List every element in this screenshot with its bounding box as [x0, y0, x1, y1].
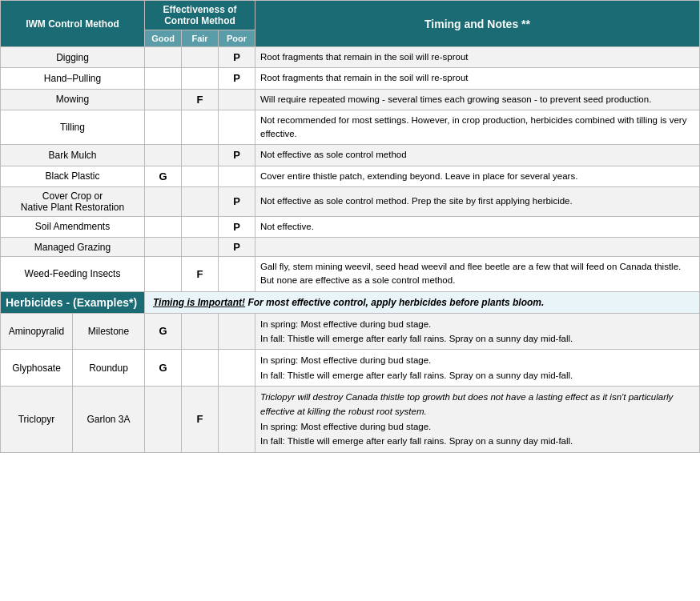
method-cell: Black Plastic — [1, 166, 145, 186]
good-cell — [145, 145, 182, 166]
fair-cell — [182, 68, 219, 89]
herb-name-cell: Aminopyralid — [1, 313, 73, 350]
method-cell: Managed Grazing — [1, 238, 145, 257]
poor-cell: P — [219, 238, 255, 257]
iwm-header: IWM Control Method — [1, 1, 145, 47]
table-row: MowingFWill require repeated mowing - se… — [1, 89, 700, 110]
good-cell — [145, 238, 182, 257]
poor-cell — [219, 313, 255, 350]
good-cell — [145, 110, 182, 145]
good-header: Good — [145, 30, 182, 47]
good-cell — [145, 216, 182, 237]
fair-cell — [182, 313, 219, 350]
fair-cell — [182, 186, 219, 216]
timing-cell: Not effective. — [255, 216, 700, 237]
table-row: Managed GrazingP — [1, 238, 700, 257]
herbicide-row: AminopyralidMilestoneGIn spring: Most ef… — [1, 313, 700, 350]
table-row: TillingNot recommended for most settings… — [1, 110, 700, 145]
poor-cell — [219, 89, 255, 110]
fair-cell — [182, 216, 219, 237]
effectiveness-header: Effectiveness of Control Method — [145, 1, 255, 30]
method-cell: Hand–Pulling — [1, 68, 145, 89]
table-row: Bark MulchPNot effective as sole control… — [1, 145, 700, 166]
poor-cell — [219, 350, 255, 387]
method-cell: Bark Mulch — [1, 145, 145, 166]
herbicide-note-cell: Timing is Important! For most effective … — [145, 291, 700, 313]
poor-cell — [219, 166, 255, 186]
poor-cell: P — [219, 145, 255, 166]
herb-brand-cell: Roundup — [73, 350, 145, 387]
fair-cell — [182, 238, 219, 257]
timing-cell: Gall fly, stem mining weevil, seed head … — [255, 257, 700, 292]
timing-cell: Not effective as sole control method. Pr… — [255, 186, 700, 216]
timing-important-label: Timing is Important! — [153, 297, 245, 308]
herb-timing-cell: In spring: Most effective during bud sta… — [255, 350, 700, 387]
good-cell: G — [145, 166, 182, 186]
fair-cell — [182, 166, 219, 186]
good-cell — [145, 387, 182, 453]
fair-cell: F — [182, 257, 219, 292]
poor-cell: P — [219, 186, 255, 216]
good-cell: G — [145, 313, 182, 350]
timing-cell: Will require repeated mowing - several t… — [255, 89, 700, 110]
herb-brand-cell: Milestone — [73, 313, 145, 350]
method-cell: Tilling — [1, 110, 145, 145]
herbicide-note-text: For most effective control, apply herbic… — [245, 297, 544, 308]
fair-cell — [182, 350, 219, 387]
poor-cell: P — [219, 68, 255, 89]
good-cell — [145, 89, 182, 110]
table-row: Black PlasticGCover entire thistle patch… — [1, 166, 700, 186]
timing-cell: Root fragments that remain in the soil w… — [255, 47, 700, 68]
good-cell: G — [145, 350, 182, 387]
poor-cell — [219, 110, 255, 145]
timing-cell: Cover entire thistle patch, extending be… — [255, 166, 700, 186]
timing-cell: Root fragments that remain in the soil w… — [255, 68, 700, 89]
table-row: Hand–PullingPRoot fragments that remain … — [1, 68, 700, 89]
poor-cell: P — [219, 216, 255, 237]
herbicide-section-header: Herbicides - (Examples*) — [1, 291, 145, 313]
timing-header: Timing and Notes ** — [255, 1, 700, 47]
fair-cell — [182, 145, 219, 166]
timing-cell: Not recommended for most settings. Howev… — [255, 110, 700, 145]
good-cell — [145, 257, 182, 292]
good-cell — [145, 68, 182, 89]
method-cell: Soil Amendments — [1, 216, 145, 237]
poor-cell — [219, 387, 255, 453]
table-row: Weed-Feeding InsectsFGall fly, stem mini… — [1, 257, 700, 292]
herb-name-cell: Glyphosate — [1, 350, 73, 387]
herb-timing-cell: Triclopyr will destroy Canada thistle to… — [255, 387, 700, 453]
good-cell — [145, 47, 182, 68]
herbicide-row: GlyphosateRoundupGIn spring: Most effect… — [1, 350, 700, 387]
timing-cell: Not effective as sole control method — [255, 145, 700, 166]
table-row: Soil AmendmentsPNot effective. — [1, 216, 700, 237]
fair-cell: F — [182, 89, 219, 110]
fair-header: Fair — [182, 30, 219, 47]
fair-cell — [182, 110, 219, 145]
herb-brand-cell: Garlon 3A — [73, 387, 145, 453]
herbicide-row: TriclopyrGarlon 3AFTriclopyr will destro… — [1, 387, 700, 453]
poor-cell — [219, 257, 255, 292]
fair-cell — [182, 47, 219, 68]
fair-cell: F — [182, 387, 219, 453]
herb-timing-cell: In spring: Most effective during bud sta… — [255, 313, 700, 350]
timing-cell — [255, 238, 700, 257]
poor-cell: P — [219, 47, 255, 68]
table-row: DiggingPRoot fragments that remain in th… — [1, 47, 700, 68]
poor-header: Poor — [219, 30, 255, 47]
herb-name-cell: Triclopyr — [1, 387, 73, 453]
method-cell: Mowing — [1, 89, 145, 110]
method-cell: Digging — [1, 47, 145, 68]
herbicide-header-row: Herbicides - (Examples*)Timing is Import… — [1, 291, 700, 313]
table-row: Cover Crop or Native Plant RestorationPN… — [1, 186, 700, 216]
good-cell — [145, 186, 182, 216]
method-cell: Cover Crop or Native Plant Restoration — [1, 186, 145, 216]
method-cell: Weed-Feeding Insects — [1, 257, 145, 292]
